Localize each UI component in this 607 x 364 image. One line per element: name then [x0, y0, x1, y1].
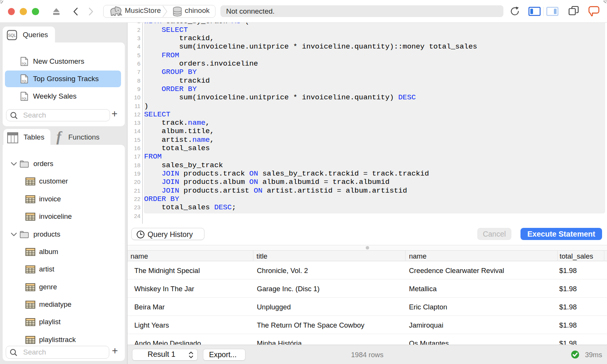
svg-text:f: f [57, 130, 63, 144]
svg-text:SQL: SQL [22, 62, 27, 65]
svg-text:SQL: SQL [8, 33, 16, 38]
svg-text:SQL: SQL [22, 97, 27, 100]
svg-text:SQL: SQL [22, 80, 27, 83]
